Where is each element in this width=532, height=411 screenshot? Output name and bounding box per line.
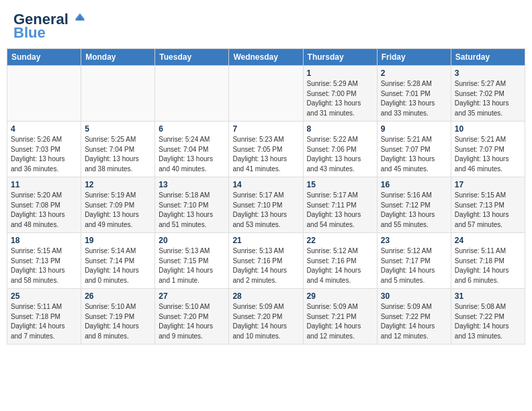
calendar-cell: 26Sunrise: 5:10 AM Sunset: 7:19 PM Dayli… [81,289,155,345]
calendar-cell: 13Sunrise: 5:18 AM Sunset: 7:10 PM Dayli… [155,177,229,233]
calendar-cell: 28Sunrise: 5:09 AM Sunset: 7:20 PM Dayli… [229,289,303,345]
weekday-header-saturday: Saturday [451,49,525,66]
week-row-2: 4Sunrise: 5:26 AM Sunset: 7:03 PM Daylig… [7,122,525,177]
calendar-cell: 22Sunrise: 5:12 AM Sunset: 7:16 PM Dayli… [303,233,377,289]
day-number: 8 [307,124,373,134]
calendar-cell: 5Sunrise: 5:25 AM Sunset: 7:04 PM Daylig… [81,122,155,177]
page-header: General Blue [7,7,525,46]
day-info: Sunrise: 5:25 AM Sunset: 7:04 PM Dayligh… [85,135,151,174]
day-info: Sunrise: 5:12 AM Sunset: 7:16 PM Dayligh… [307,246,373,285]
day-info: Sunrise: 5:13 AM Sunset: 7:15 PM Dayligh… [159,246,225,285]
day-number: 14 [232,180,299,189]
day-info: Sunrise: 5:16 AM Sunset: 7:12 PM Dayligh… [381,191,447,230]
day-info: Sunrise: 5:12 AM Sunset: 7:17 PM Dayligh… [381,246,447,285]
day-info: Sunrise: 5:10 AM Sunset: 7:20 PM Dayligh… [159,302,225,341]
calendar-cell: 18Sunrise: 5:15 AM Sunset: 7:13 PM Dayli… [7,233,81,289]
weekday-header-thursday: Thursday [303,49,377,66]
day-info: Sunrise: 5:26 AM Sunset: 7:03 PM Dayligh… [11,135,77,174]
calendar-cell: 2Sunrise: 5:28 AM Sunset: 7:01 PM Daylig… [377,66,451,122]
day-number: 20 [159,236,225,245]
calendar-cell: 30Sunrise: 5:09 AM Sunset: 7:22 PM Dayli… [377,289,451,345]
day-number: 6 [159,124,225,134]
calendar-cell [229,66,303,122]
day-info: Sunrise: 5:09 AM Sunset: 7:22 PM Dayligh… [381,302,447,341]
calendar-cell: 11Sunrise: 5:20 AM Sunset: 7:08 PM Dayli… [7,177,81,233]
logo: General Blue [13,12,86,42]
day-info: Sunrise: 5:27 AM Sunset: 7:02 PM Dayligh… [455,79,521,118]
day-info: Sunrise: 5:19 AM Sunset: 7:09 PM Dayligh… [85,191,151,230]
calendar-cell: 17Sunrise: 5:15 AM Sunset: 7:13 PM Dayli… [451,177,525,233]
day-number: 23 [381,236,447,245]
week-row-1: 1Sunrise: 5:29 AM Sunset: 7:00 PM Daylig… [7,66,525,122]
day-number: 18 [11,236,77,245]
day-number: 24 [455,236,521,245]
calendar-cell: 21Sunrise: 5:13 AM Sunset: 7:16 PM Dayli… [229,233,303,289]
day-info: Sunrise: 5:24 AM Sunset: 7:04 PM Dayligh… [159,135,225,174]
day-info: Sunrise: 5:29 AM Sunset: 7:00 PM Dayligh… [307,79,373,118]
day-info: Sunrise: 5:10 AM Sunset: 7:19 PM Dayligh… [85,302,151,341]
weekday-header-wednesday: Wednesday [229,49,303,66]
day-number: 11 [11,180,77,189]
day-number: 16 [381,180,447,189]
day-number: 19 [85,236,151,245]
day-info: Sunrise: 5:17 AM Sunset: 7:10 PM Dayligh… [232,191,299,230]
day-number: 21 [232,236,299,245]
day-info: Sunrise: 5:15 AM Sunset: 7:13 PM Dayligh… [455,191,521,230]
day-info: Sunrise: 5:09 AM Sunset: 7:20 PM Dayligh… [232,302,299,341]
calendar-cell: 24Sunrise: 5:11 AM Sunset: 7:18 PM Dayli… [451,233,525,289]
calendar-cell: 6Sunrise: 5:24 AM Sunset: 7:04 PM Daylig… [155,122,229,177]
day-info: Sunrise: 5:28 AM Sunset: 7:01 PM Dayligh… [381,79,447,118]
day-number: 9 [381,124,447,134]
day-number: 30 [381,291,447,301]
day-info: Sunrise: 5:09 AM Sunset: 7:21 PM Dayligh… [307,302,373,341]
calendar-cell: 25Sunrise: 5:11 AM Sunset: 7:18 PM Dayli… [7,289,81,345]
day-info: Sunrise: 5:17 AM Sunset: 7:11 PM Dayligh… [307,191,373,230]
calendar-cell: 16Sunrise: 5:16 AM Sunset: 7:12 PM Dayli… [377,177,451,233]
calendar-cell [81,66,155,122]
day-number: 3 [455,68,521,78]
day-info: Sunrise: 5:22 AM Sunset: 7:06 PM Dayligh… [307,135,373,174]
calendar-cell: 7Sunrise: 5:23 AM Sunset: 7:05 PM Daylig… [229,122,303,177]
calendar-cell: 14Sunrise: 5:17 AM Sunset: 7:10 PM Dayli… [229,177,303,233]
calendar-cell: 20Sunrise: 5:13 AM Sunset: 7:15 PM Dayli… [155,233,229,289]
calendar-table: SundayMondayTuesdayWednesdayThursdayFrid… [7,48,525,345]
calendar-cell: 9Sunrise: 5:21 AM Sunset: 7:07 PM Daylig… [377,122,451,177]
day-number: 27 [159,291,225,301]
day-number: 29 [307,291,373,301]
calendar-cell: 4Sunrise: 5:26 AM Sunset: 7:03 PM Daylig… [7,122,81,177]
weekday-header-monday: Monday [81,49,155,66]
day-number: 4 [11,124,77,134]
calendar-cell: 1Sunrise: 5:29 AM Sunset: 7:00 PM Daylig… [303,66,377,122]
calendar-cell [7,66,81,122]
day-info: Sunrise: 5:11 AM Sunset: 7:18 PM Dayligh… [11,302,77,341]
day-info: Sunrise: 5:14 AM Sunset: 7:14 PM Dayligh… [85,246,151,285]
weekday-header-row: SundayMondayTuesdayWednesdayThursdayFrid… [7,49,525,66]
calendar-cell: 29Sunrise: 5:09 AM Sunset: 7:21 PM Dayli… [303,289,377,345]
day-info: Sunrise: 5:18 AM Sunset: 7:10 PM Dayligh… [159,191,225,230]
day-number: 13 [159,180,225,189]
day-info: Sunrise: 5:23 AM Sunset: 7:05 PM Dayligh… [232,135,299,174]
weekday-header-sunday: Sunday [7,49,81,66]
day-number: 25 [11,291,77,301]
day-number: 7 [232,124,299,134]
day-info: Sunrise: 5:21 AM Sunset: 7:07 PM Dayligh… [381,135,447,174]
calendar-cell: 19Sunrise: 5:14 AM Sunset: 7:14 PM Dayli… [81,233,155,289]
day-info: Sunrise: 5:20 AM Sunset: 7:08 PM Dayligh… [11,191,77,230]
day-info: Sunrise: 5:11 AM Sunset: 7:18 PM Dayligh… [455,246,521,285]
calendar-cell: 23Sunrise: 5:12 AM Sunset: 7:17 PM Dayli… [377,233,451,289]
calendar-cell [155,66,229,122]
calendar-cell: 12Sunrise: 5:19 AM Sunset: 7:09 PM Dayli… [81,177,155,233]
calendar-cell: 10Sunrise: 5:21 AM Sunset: 7:07 PM Dayli… [451,122,525,177]
day-number: 15 [307,180,373,189]
week-row-5: 25Sunrise: 5:11 AM Sunset: 7:18 PM Dayli… [7,289,525,345]
weekday-header-tuesday: Tuesday [155,49,229,66]
day-number: 22 [307,236,373,245]
weekday-header-friday: Friday [377,49,451,66]
day-number: 26 [85,291,151,301]
calendar-cell: 8Sunrise: 5:22 AM Sunset: 7:06 PM Daylig… [303,122,377,177]
logo-icon [74,12,86,24]
day-info: Sunrise: 5:08 AM Sunset: 7:22 PM Dayligh… [455,302,521,341]
calendar-cell: 15Sunrise: 5:17 AM Sunset: 7:11 PM Dayli… [303,177,377,233]
day-number: 10 [455,124,521,134]
day-number: 28 [232,291,299,301]
